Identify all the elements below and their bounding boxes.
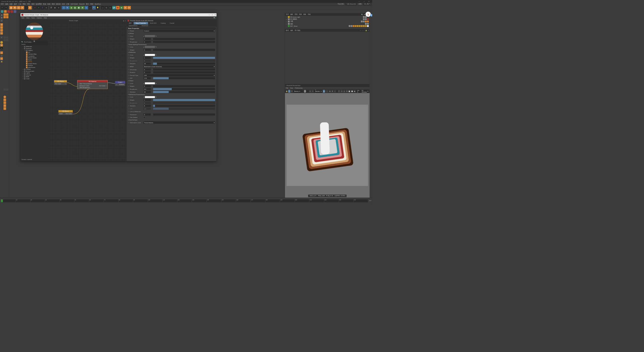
rv-canvas[interactable]: <微信公众号：野鹿志 微博：野鹿志 作者：马鹿野郎> (0.53%): [285, 93, 370, 198]
tree-item-ramp[interactable]: Ramp: [20, 61, 48, 63]
menu-样条[interactable]: 样条: [27, 3, 30, 5]
sub-btn-2[interactable]: [4, 10, 7, 13]
obj-平面[interactable]: +平面: [285, 20, 369, 23]
rv-circle-icon[interactable]: [304, 90, 306, 93]
attr-back-icon[interactable]: ←: [360, 30, 361, 31]
attr-up-icon[interactable]: →: [363, 30, 365, 31]
move-tool[interactable]: ✥: [13, 6, 17, 10]
qr-button[interactable]: QR: [112, 6, 116, 10]
mat-port[interactable]: ○ Refr Transmittance: [78, 83, 107, 85]
tree-item-lights[interactable]: +Lights: [20, 72, 48, 74]
rv-render-select[interactable]: < Render >▾: [314, 90, 322, 93]
shader-max-button[interactable]: □: [212, 14, 213, 16]
menu-编辑[interactable]: 编辑: [5, 3, 8, 5]
shader-menu-view[interactable]: View: [26, 17, 29, 19]
tree-item-maxon-noise[interactable]: Maxon Noise: [20, 57, 48, 59]
rv-aov-select[interactable]: Beauty▾: [293, 90, 301, 93]
timeline-ruler[interactable]: 0102030405060708090100110120130140150160…: [1, 199, 368, 202]
menu-体积[interactable]: 体积: [31, 3, 34, 5]
pal-2b[interactable]: [6, 16, 8, 18]
y-axis-button[interactable]: Y: [37, 6, 41, 10]
obj-menu-对象[interactable]: 对象: [299, 13, 302, 15]
x-axis-button[interactable]: X: [33, 6, 37, 10]
obj-search-icon[interactable]: 🔍: [361, 14, 363, 15]
pal-grid2[interactable]: [6, 88, 8, 91]
close-button[interactable]: ✕: [367, 1, 371, 2]
rv-split-icon[interactable]: ◫: [343, 90, 345, 93]
preset-select[interactable]: Custom▾: [143, 30, 215, 32]
viewport[interactable]: Redshift Shader Graph - RS Material —□✕ …: [9, 13, 285, 198]
tree-item-scalar-ramp[interactable]: Scalar Ramp: [20, 63, 48, 65]
floor-button[interactable]: ▭: [101, 6, 104, 10]
tree-item-ao[interactable]: AO: [20, 51, 48, 53]
layout-select[interactable]: RS (用户): [363, 3, 371, 5]
rv-copy-icon[interactable]: ⧉: [346, 90, 348, 93]
menu-Redshift[interactable]: Redshift: [79, 3, 85, 5]
point-mode[interactable]: ⋮: [0, 26, 3, 29]
rv-snow-icon[interactable]: ❄: [331, 90, 334, 93]
rv-region-icon[interactable]: ▭: [309, 90, 311, 93]
material-preview[interactable]: [26, 23, 43, 40]
menu-工具[interactable]: 工具: [18, 3, 21, 5]
rotate-tool[interactable]: ⟳: [21, 6, 24, 10]
mat-port[interactable]: ○ Emission ColorOut Color ○: [78, 85, 107, 87]
field-button[interactable]: ⊞: [81, 6, 84, 10]
shader-menu-help[interactable]: Help: [44, 17, 47, 19]
section-back-lighting-translucency[interactable]: Back-lighting/Translucency: [127, 43, 216, 46]
tree-item-textures[interactable]: -Textures: [20, 48, 48, 50]
edge-mode[interactable]: ╱: [0, 29, 3, 32]
poly-mode[interactable]: ▱: [0, 32, 3, 34]
rv-save-icon[interactable]: 💾: [348, 90, 351, 93]
find-nodes-input[interactable]: 🔍Find Nodes...: [20, 40, 48, 43]
rotate-tool2[interactable]: ⟳: [4, 107, 6, 110]
rv-ring-icon[interactable]: ○: [334, 90, 336, 93]
section-reflection[interactable]: Reflection: [127, 51, 216, 54]
rv-lock-icon[interactable]: 🔒: [286, 90, 288, 93]
render-button[interactable]: 🎬: [50, 6, 53, 10]
section-sheen[interactable]: Sheen: [127, 80, 216, 82]
locked[interactable]: 🔒: [0, 60, 3, 63]
obj-备份[interactable]: +备份: [285, 23, 369, 25]
lasso-tool[interactable]: ⬚: [4, 99, 6, 101]
attr-menu-模式[interactable]: 模式: [286, 29, 289, 31]
tab-optimizations[interactable]: Optimizations: [127, 25, 139, 27]
undo-button[interactable]: ↶: [1, 6, 4, 10]
menu-动画[interactable]: 动画: [47, 3, 50, 5]
rv-crop-icon[interactable]: ✂: [312, 90, 314, 93]
shader-menu-options[interactable]: Options: [37, 17, 42, 19]
menu-文件[interactable]: 文件: [1, 3, 4, 5]
cursor-tool[interactable]: ➤: [4, 96, 6, 98]
sub-btn-5[interactable]: [14, 10, 16, 13]
sub-btn-3[interactable]: [7, 10, 10, 13]
obj-RS Dome Light[interactable]: RS Dome Light: [285, 16, 369, 18]
pal-dots-3[interactable]: [4, 39, 6, 41]
rv-dots-icon[interactable]: ⋮⋮: [325, 90, 328, 93]
shader-close-button[interactable]: ✕: [215, 14, 216, 16]
rv-zoom-value[interactable]: 100 %: [356, 89, 360, 93]
tab-advanced[interactable]: Advanced: [140, 25, 150, 27]
tab-coating[interactable]: Coating: [158, 22, 168, 24]
tree-item-noise[interactable]: Noise: [20, 59, 48, 61]
recent-tool[interactable]: ⋮: [24, 6, 28, 10]
pal-2a[interactable]: [4, 16, 6, 18]
tree-item-volume[interactable]: +Volume: [20, 74, 48, 76]
obj-menu-标签[interactable]: 标签: [303, 13, 306, 15]
rv-fit-select[interactable]: Fit Window▾: [361, 90, 369, 93]
circle-tool[interactable]: ○: [4, 101, 6, 104]
menu-运动图形[interactable]: 运动图形: [36, 3, 42, 5]
snap-toggle[interactable]: ⊡: [0, 52, 3, 54]
menu-创建[interactable]: 创建: [10, 3, 13, 5]
tree-item-environment[interactable]: +Environment: [20, 70, 48, 72]
model-mode[interactable]: ▦: [0, 13, 3, 16]
snap-button[interactable]: ⊡: [108, 6, 112, 10]
tex-mode[interactable]: ▨: [0, 16, 3, 19]
node-output[interactable]: Output ○Surface: [115, 81, 125, 86]
select-tool[interactable]: ◉: [9, 6, 13, 10]
obj-menu-查看[interactable]: 查看: [295, 13, 298, 15]
section-diffuse[interactable]: Diffuse: [127, 32, 216, 35]
attr-menu-编辑[interactable]: 编辑: [290, 29, 293, 31]
spline-primitive[interactable]: ✎: [66, 6, 69, 10]
maximize-button[interactable]: □: [362, 1, 366, 2]
tree-item-color[interactable]: +Color: [20, 78, 48, 80]
node-rs-ramp-2[interactable]: RS Ramp InputOut Color: [58, 110, 73, 115]
